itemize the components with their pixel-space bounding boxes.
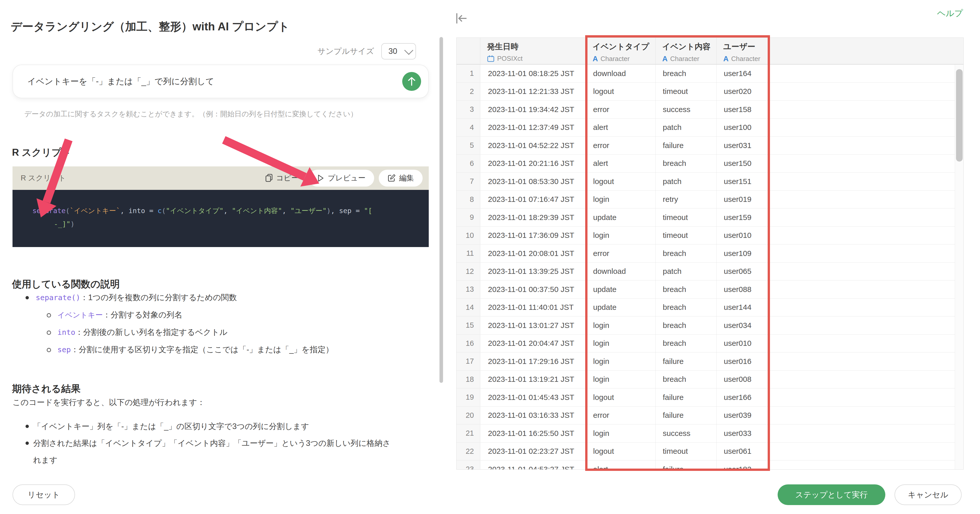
empty-cell [770, 460, 963, 469]
empty-cell [770, 119, 963, 137]
empty-cell [770, 388, 963, 407]
bullet-icon [25, 425, 29, 428]
event-type-cell: error [586, 137, 655, 155]
edit-button[interactable]: 編集 [379, 170, 423, 186]
row-number-cell: 17 [457, 352, 480, 371]
table-row: 142023-11-01 11:40:01 JSTupdatebreachuse… [457, 299, 963, 317]
user-cell: user010 [717, 227, 770, 245]
table-row: 92023-11-01 18:29:39 JSTupdatetimeoutuse… [457, 208, 963, 227]
functions-heading: 使用している関数の説明 [12, 278, 120, 291]
code-token: into [129, 207, 145, 215]
collapse-panel-button[interactable] [455, 11, 469, 25]
inline-code: into [57, 328, 75, 337]
table-scrollbar-track[interactable] [955, 65, 964, 469]
preview-label: プレビュー [328, 173, 366, 183]
event-content-cell: breach [655, 65, 717, 83]
event-content-cell: retry [655, 191, 717, 209]
run-as-step-button[interactable]: ステップとして実行 [778, 484, 885, 505]
row-number-cell: 13 [457, 280, 480, 299]
event-type-cell: login [586, 227, 655, 245]
prompt-input[interactable] [13, 76, 402, 86]
event-content-cell: success [655, 425, 717, 442]
empty-cell [770, 155, 963, 173]
timestamp-cell: 2023-11-01 02:23:27 JST [480, 442, 586, 461]
table-row: 132023-11-01 00:37:50 JSTupdatebreachuse… [457, 280, 963, 299]
column-header-event-type[interactable]: イベントタイプ A Character [586, 38, 655, 64]
timestamp-cell: 2023-11-01 04:53:27 JST [480, 460, 586, 469]
function-list-item: イベントキー：分割する対象の列名 [13, 306, 421, 324]
sample-size-select[interactable]: 30 [381, 43, 416, 59]
timestamp-cell: 2023-11-01 11:40:01 JST [480, 299, 586, 317]
copy-button[interactable]: コピー [264, 173, 300, 183]
event-type-cell: login [586, 352, 655, 371]
column-name: ユーザー [723, 41, 770, 52]
calendar-icon [487, 55, 495, 62]
user-cell: user020 [717, 83, 770, 101]
column-type: Character [670, 55, 699, 63]
user-cell: user034 [717, 317, 770, 334]
code-token: c [158, 207, 162, 215]
row-number-cell: 22 [457, 442, 480, 461]
user-cell: user100 [717, 119, 770, 137]
code-token: "[ [364, 207, 372, 215]
event-content-cell: failure [655, 352, 717, 371]
row-number-cell: 15 [457, 317, 480, 334]
column-header-event-content[interactable]: イベント内容 A Character [655, 38, 717, 64]
inline-code: イベントキー [57, 310, 103, 319]
event-type-cell: update [586, 208, 655, 227]
code-token: , [282, 207, 290, 215]
preview-button[interactable]: プレビュー [309, 170, 374, 186]
event-type-cell: error [586, 407, 655, 425]
row-number-cell: 14 [457, 299, 480, 317]
r-code-block[interactable]: separate(`イベントキー`, into = c("イベントタイプ", "… [13, 190, 429, 247]
timestamp-cell: 2023-11-01 16:25:50 JST [480, 425, 586, 442]
column-header-timestamp[interactable]: 発生日時 POSIXct [480, 38, 586, 64]
user-cell: user151 [717, 172, 770, 191]
empty-cell [770, 172, 963, 191]
code-token: separate [32, 207, 65, 215]
arrow-up-icon [407, 76, 416, 86]
data-table: 発生日時 POSIXct イベントタイプ A Character イベント内容 … [456, 38, 964, 469]
code-toolbar: R スクリプト コピー プレビュー 編集 [13, 166, 429, 190]
inline-code: separate() [36, 293, 80, 302]
expected-intro: このコードを実行すると、以下の処理が行われます： [13, 397, 205, 408]
user-cell: user016 [717, 352, 770, 371]
user-cell: user164 [717, 65, 770, 83]
character-type-icon: A [723, 55, 729, 63]
table-row: 72023-11-01 08:53:30 JSTlogoutpatchuser1… [457, 172, 963, 191]
help-link[interactable]: ヘルプ [937, 8, 963, 19]
inline-code: sep [57, 345, 71, 354]
event-content-cell: timeout [655, 227, 717, 245]
sample-size-value: 30 [388, 47, 397, 56]
item-text: ：1つの列を複数の列に分割するための関数 [80, 293, 237, 302]
code-token: "ユーザー" [290, 207, 327, 215]
column-name: イベント内容 [662, 41, 716, 52]
cancel-button[interactable]: キャンセル [894, 484, 962, 505]
expected-list-item: 「イベントキー」列を「-」または「_」の区切り文字で3つの列に分割します [13, 418, 393, 435]
left-panel-scrollbar[interactable] [439, 37, 443, 383]
timestamp-cell: 2023-11-01 03:16:33 JST [480, 407, 586, 425]
user-cell: user088 [717, 280, 770, 299]
code-token: ( [162, 207, 166, 215]
event-content-cell: breach [655, 334, 717, 353]
column-header-user[interactable]: ユーザー A Character [717, 38, 770, 64]
event-content-cell: timeout [655, 83, 717, 101]
table-scrollbar-thumb[interactable] [956, 69, 963, 162]
empty-cell [770, 245, 963, 263]
table-row: 182023-11-01 13:19:21 JSTloginbreachuser… [457, 371, 963, 389]
row-number-cell: 10 [457, 227, 480, 245]
empty-cell [770, 407, 963, 425]
code-token: sep [339, 207, 352, 215]
table-row: 122023-11-01 13:39:25 JSTdownloadpatchus… [457, 263, 963, 281]
timestamp-cell: 2023-11-01 08:18:25 JST [480, 65, 586, 83]
expected-heading: 期待される結果 [12, 382, 81, 395]
timestamp-cell: 2023-11-01 13:01:27 JST [480, 317, 586, 334]
row-number-cell: 18 [457, 371, 480, 389]
user-cell: user019 [717, 191, 770, 209]
column-type: Character [731, 55, 760, 63]
submit-prompt-button[interactable] [402, 72, 421, 91]
event-content-cell: failure [655, 137, 717, 155]
event-type-cell: logout [586, 442, 655, 461]
reset-button[interactable]: リセット [13, 484, 75, 505]
user-cell: user144 [717, 299, 770, 317]
